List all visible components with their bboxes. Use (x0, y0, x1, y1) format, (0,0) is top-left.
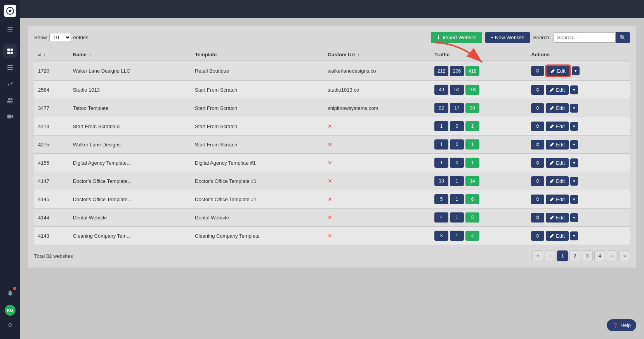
actions-dropdown-button[interactable]: ▾ (570, 177, 578, 186)
search-input[interactable] (554, 32, 616, 43)
search-group: 🔍 (554, 32, 630, 43)
sidebar-item-video[interactable] (3, 110, 17, 123)
cell-custom-url: ✕ (324, 117, 430, 136)
sidebar-item-grid[interactable] (3, 44, 17, 58)
table-row: 4147Doctor's Office Template...Doctor's … (34, 172, 630, 190)
preview-button[interactable] (531, 176, 544, 186)
actions-dropdown-button[interactable]: ▾ (570, 104, 578, 113)
cell-name: Walker Lane Designs (69, 136, 191, 154)
hamburger-icon[interactable]: ☰ (5, 23, 16, 37)
page-1-btn[interactable]: 1 (557, 250, 568, 261)
traffic-badge: 13 (434, 176, 448, 186)
entries-select[interactable]: 10 25 50 100 (49, 33, 71, 42)
help-icon: ❓ (612, 322, 618, 328)
edit-button[interactable]: Edit (546, 195, 568, 204)
search-button[interactable]: 🔍 (616, 32, 630, 43)
top-bar (20, 0, 644, 18)
traffic-badge: 1 (450, 176, 464, 186)
app-logo[interactable] (4, 5, 16, 17)
notifications-icon[interactable] (3, 286, 17, 300)
cell-actions: Edit▾ (527, 154, 630, 172)
cell-traffic: 101 (430, 117, 527, 136)
page-4-btn[interactable]: 4 (594, 250, 605, 261)
preview-button[interactable] (531, 140, 544, 150)
new-website-button[interactable]: + New Website (485, 32, 530, 43)
search-label: Search: (533, 35, 550, 40)
no-url-icon: ✕ (328, 123, 332, 129)
col-traffic: Traffic (430, 49, 527, 61)
preview-button[interactable] (531, 213, 544, 223)
cell-id: 4413 (34, 117, 69, 136)
svg-rect-11 (10, 295, 11, 296)
cell-traffic: 415 (430, 209, 527, 227)
cell-name: Dental Website (69, 209, 191, 227)
cell-id: 2584 (34, 81, 69, 99)
cell-custom-url: shipitnowsystems.com (324, 99, 430, 117)
edit-button[interactable]: Edit (546, 122, 568, 131)
preview-button[interactable] (531, 85, 544, 95)
cell-traffic: 516 (430, 190, 527, 209)
cell-template: Dental Website (191, 209, 324, 227)
edit-button[interactable]: Edit (546, 140, 568, 150)
traffic-badge: 0 (450, 139, 464, 150)
preview-button[interactable] (531, 103, 544, 113)
page-prev-btn[interactable]: ‹ (545, 250, 555, 261)
actions-dropdown-button[interactable]: ▾ (570, 231, 578, 240)
websites-table: # ↕ Name ↕ Template Custom Url ↕ Traffic… (34, 49, 630, 245)
cell-custom-url: walkerlanedesigns.co (324, 61, 430, 81)
edit-button[interactable]: Edit (546, 103, 568, 113)
cell-custom-url: ✕ (324, 154, 430, 172)
cell-custom-url: ✕ (324, 227, 430, 245)
cell-template: Retail Boutique (191, 61, 324, 81)
traffic-badge: 1 (465, 158, 479, 168)
preview-button[interactable] (531, 195, 544, 204)
page-3-btn[interactable]: 3 (582, 250, 593, 261)
edit-button[interactable]: Edit (546, 85, 568, 95)
traffic-badge: 17 (450, 103, 464, 113)
edit-button[interactable]: Edit (546, 231, 568, 241)
notification-badge-dot (13, 287, 16, 290)
edit-button[interactable]: Edit (546, 65, 570, 76)
table-row: 4145Doctor's Office Template...Doctor's … (34, 190, 630, 209)
preview-button[interactable] (531, 66, 544, 76)
actions-dropdown-button[interactable]: ▾ (572, 66, 580, 75)
actions-dropdown-button[interactable]: ▾ (570, 122, 578, 131)
preview-button[interactable] (531, 122, 544, 131)
actions-dropdown-button[interactable]: ▾ (570, 158, 578, 167)
svg-point-21 (537, 235, 539, 236)
page-last-btn[interactable]: » (619, 250, 630, 261)
preview-button[interactable] (531, 158, 544, 168)
cell-custom-url: ✕ (324, 172, 430, 190)
page-next-btn[interactable]: › (607, 250, 618, 261)
help-button[interactable]: ❓ Help (607, 319, 636, 331)
edit-button[interactable]: Edit (546, 213, 568, 223)
traffic-badge: 0 (450, 121, 464, 131)
sidebar-item-analytics[interactable] (3, 77, 17, 91)
edit-button[interactable]: Edit (546, 176, 568, 186)
import-website-button[interactable]: ⬇ Import Website (431, 32, 482, 43)
user-avatar[interactable]: KG (5, 305, 16, 316)
svg-point-8 (8, 98, 10, 100)
actions-dropdown-button[interactable]: ▾ (570, 140, 578, 149)
cell-template: Start From Scratch (191, 117, 324, 136)
sidebar-item-users[interactable] (3, 93, 17, 107)
svg-rect-5 (7, 65, 13, 66)
page-first-btn[interactable]: « (532, 250, 543, 261)
traffic-badge: 212 (434, 66, 448, 76)
show-label: Show (34, 35, 47, 40)
sidebar-item-table[interactable] (3, 61, 17, 75)
actions-dropdown-button[interactable]: ▾ (570, 85, 578, 94)
page-2-btn[interactable]: 2 (569, 250, 580, 261)
actions-dropdown-button[interactable]: ▾ (570, 195, 578, 204)
traffic-badge: 1 (434, 121, 448, 131)
svg-rect-1 (7, 49, 10, 51)
actions-dropdown-button[interactable]: ▾ (570, 213, 578, 222)
expand-icon[interactable] (3, 318, 17, 332)
table-row: 3477Tattoo TemplateStart From Scratchshi… (34, 99, 630, 117)
svg-point-14 (537, 107, 539, 109)
svg-rect-10 (7, 115, 11, 118)
preview-button[interactable] (531, 231, 544, 241)
edit-button[interactable]: Edit (546, 158, 568, 168)
cell-name: Tattoo Template (69, 99, 191, 117)
cell-id: 1720 (34, 61, 69, 81)
